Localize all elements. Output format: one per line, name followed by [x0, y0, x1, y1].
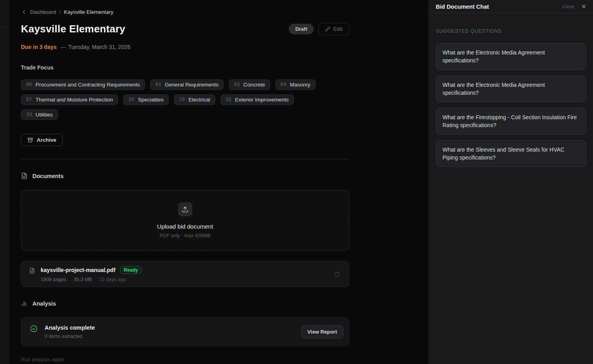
trade-tag-specialties[interactable]: 10 Specialties — [123, 94, 169, 105]
analysis-section-header: Analysis — [21, 300, 349, 307]
archive-button[interactable]: Archive — [21, 134, 63, 146]
suggested-questions-label: SUGGESTED QUESTIONS — [436, 28, 586, 34]
pencil-icon — [325, 26, 330, 32]
status-badge: Draft — [289, 24, 313, 34]
chat-panel: Bid Document Chat Clear SUGGESTED QUESTI… — [429, 0, 593, 364]
trade-focus-tags: 00 Procurement and Contracting Requireme… — [21, 79, 329, 120]
bar-chart-icon — [21, 300, 28, 307]
file-size: 35.3 MB — [73, 277, 92, 282]
documents-heading: Documents — [32, 173, 64, 179]
file-row[interactable]: kaysville-project-manual.pdf Ready 1908 … — [21, 261, 349, 287]
due-highlight: Due in 3 days — [21, 44, 56, 50]
archive-icon — [27, 137, 33, 143]
document-icon — [21, 173, 28, 179]
page-title: Kaysville Elementary — [21, 23, 125, 35]
suggested-question-2[interactable]: What are the Electronic Media Agreement … — [436, 75, 586, 102]
view-report-button[interactable]: View Report — [301, 325, 343, 338]
breadcrumb: Dashboard / Kaysville Elementary — [21, 9, 349, 15]
section-divider — [21, 159, 349, 159]
suggested-question-1[interactable]: What are the Electronic Media Agreement … — [436, 43, 586, 70]
file-info: kaysville-project-manual.pdf Ready 1908 … — [41, 266, 333, 282]
edit-button-label: Edit — [333, 26, 343, 32]
run-analysis-again-link[interactable]: Run analysis again — [21, 356, 64, 362]
analysis-status-card: Analysis complete 0 items extracted View… — [21, 317, 349, 346]
check-circle-icon — [30, 325, 38, 332]
trade-tag-general-requirements[interactable]: 01 General Requirements — [150, 79, 224, 90]
file-age: 22 days ago — [99, 277, 126, 282]
close-chat-button[interactable] — [580, 3, 587, 10]
file-icon — [29, 268, 35, 274]
breadcrumb-separator: / — [59, 9, 61, 15]
upload-dropzone[interactable]: Upload bid document PDF only · max 500MB — [21, 190, 349, 251]
due-separator: — — [60, 44, 66, 50]
trade-tag-masonry[interactable]: 04 Masonry — [275, 79, 316, 90]
upload-icon — [178, 202, 192, 216]
trade-tag-procurement[interactable]: 00 Procurement and Contracting Requireme… — [21, 79, 145, 90]
main-content: Dashboard / Kaysville Elementary Kaysvil… — [9, 0, 429, 364]
due-date-row: Due in 3 days — Tuesday, March 31, 2026 — [21, 44, 349, 50]
back-chevron-icon[interactable] — [21, 9, 27, 15]
documents-section-header: Documents — [21, 173, 349, 179]
file-pages: 1908 pages — [41, 277, 66, 282]
edit-button[interactable]: Edit — [318, 23, 349, 35]
sidebar-divider — [0, 26, 8, 27]
archive-button-label: Archive — [37, 137, 56, 143]
trade-tag-concrete[interactable]: 03 Concrete — [229, 79, 270, 90]
breadcrumb-current: Kaysville Elementary — [64, 9, 113, 15]
chat-header: Bid Document Chat Clear — [429, 0, 593, 13]
chat-title: Bid Document Chat — [436, 4, 489, 10]
chat-body: SUGGESTED QUESTIONS What are the Electro… — [429, 13, 593, 167]
due-date: Tuesday, March 31, 2026 — [68, 44, 130, 50]
trade-tag-thermal-moisture[interactable]: 07 Thermal and Moisture Protection — [21, 94, 118, 105]
upload-hint: PDF only · max 500MB — [160, 233, 211, 238]
suggested-question-3[interactable]: What are the Firestopping - Coil Section… — [436, 108, 586, 135]
file-status-badge: Ready — [120, 266, 141, 274]
suggested-question-4[interactable]: What are the Sleeves and Sleeve Seals fo… — [436, 140, 586, 167]
analysis-status-sub: 0 items extracted — [45, 334, 301, 339]
analysis-heading: Analysis — [32, 300, 56, 307]
upload-title: Upload bid document — [157, 223, 213, 230]
trade-focus-label: Trade Focus — [21, 64, 349, 71]
trade-tag-exterior-improvements[interactable]: 32 Exterior Improvements — [220, 94, 294, 105]
clear-chat-button[interactable]: Clear — [562, 4, 574, 9]
analysis-status-title: Analysis complete — [45, 325, 301, 331]
trade-tag-utilities[interactable]: 33 Utilities — [21, 109, 58, 120]
delete-file-button[interactable] — [333, 270, 342, 279]
file-name: kaysville-project-manual.pdf — [41, 267, 115, 273]
collapsed-sidebar[interactable] — [0, 0, 9, 364]
breadcrumb-dashboard[interactable]: Dashboard — [30, 9, 56, 15]
trade-tag-electrical[interactable]: 26 Electrical — [174, 94, 215, 105]
